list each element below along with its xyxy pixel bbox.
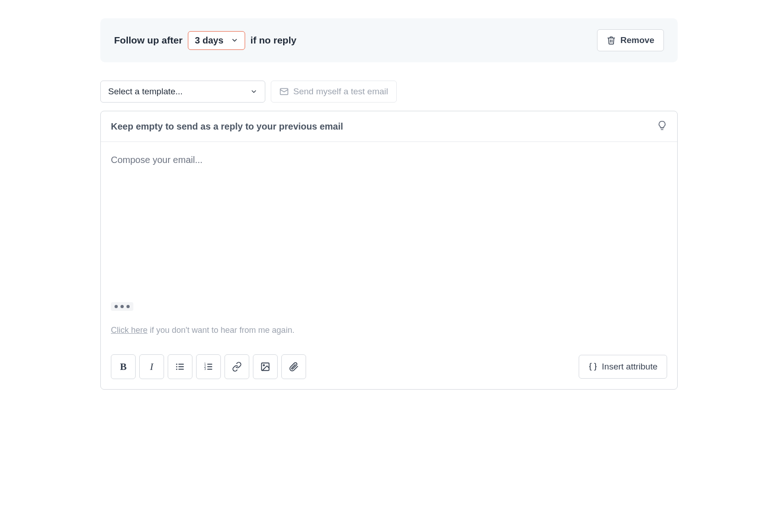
test-email-label: Send myself a test email <box>293 87 388 97</box>
subject-input[interactable]: Keep empty to send as a reply to your pr… <box>111 121 343 132</box>
lightbulb-icon <box>657 120 667 130</box>
editor-panel: Keep empty to send as a reply to your pr… <box>100 111 678 390</box>
link-button[interactable] <box>225 354 249 379</box>
image-icon <box>260 362 270 372</box>
trash-icon <box>607 36 616 45</box>
compose-placeholder: Compose your email... <box>111 155 203 165</box>
delay-select[interactable]: 3 days <box>188 31 245 50</box>
followup-text: Follow up after 3 days if no reply <box>114 31 296 50</box>
delay-value: 3 days <box>195 35 223 46</box>
bullet-list-icon <box>175 362 185 372</box>
followup-bar: Follow up after 3 days if no reply Remov… <box>100 18 678 62</box>
svg-point-6 <box>176 369 177 370</box>
unsubscribe-rest: if you don't want to hear from me again. <box>148 326 295 335</box>
numbered-list-icon: 123 <box>203 362 214 372</box>
compose-body[interactable]: Compose your email... <box>101 142 677 298</box>
mail-icon <box>279 87 289 96</box>
controls-row: Select a template... Send myself a test … <box>100 81 678 103</box>
dot-icon <box>115 305 118 308</box>
editor-toolbar: B I 123 <box>101 348 677 389</box>
unsubscribe-link[interactable]: Click here <box>111 326 148 335</box>
remove-button[interactable]: Remove <box>597 29 664 51</box>
bold-icon: B <box>120 361 127 373</box>
braces-icon <box>588 362 597 371</box>
paperclip-icon <box>289 362 299 372</box>
template-select[interactable]: Select a template... <box>100 81 265 103</box>
chevron-down-icon <box>250 88 258 95</box>
svg-point-4 <box>176 364 177 365</box>
toolbar-left: B I 123 <box>111 354 306 379</box>
followup-suffix: if no reply <box>251 35 296 46</box>
attachment-button[interactable] <box>281 354 306 379</box>
unsubscribe-line: Click here if you don't want to hear fro… <box>101 315 677 348</box>
dot-icon <box>121 305 124 308</box>
link-icon <box>232 362 242 372</box>
italic-button[interactable]: I <box>139 354 164 379</box>
insert-attribute-label: Insert attribute <box>602 362 657 372</box>
svg-text:3: 3 <box>204 367 206 370</box>
remove-label: Remove <box>620 35 654 45</box>
chevron-down-icon <box>231 37 238 44</box>
thread-toggle[interactable] <box>111 302 133 311</box>
bullet-list-button[interactable] <box>168 354 192 379</box>
numbered-list-button[interactable]: 123 <box>196 354 221 379</box>
suggestions-button[interactable] <box>657 120 667 132</box>
svg-point-5 <box>176 366 177 368</box>
svg-point-14 <box>263 364 264 366</box>
followup-prefix: Follow up after <box>114 35 182 46</box>
send-test-email-button[interactable]: Send myself a test email <box>271 81 397 103</box>
italic-icon: I <box>150 361 153 373</box>
dot-icon <box>126 305 130 308</box>
subject-row: Keep empty to send as a reply to your pr… <box>101 111 677 142</box>
template-placeholder: Select a template... <box>108 87 183 97</box>
bold-button[interactable]: B <box>111 354 136 379</box>
image-button[interactable] <box>253 354 278 379</box>
insert-attribute-button[interactable]: Insert attribute <box>579 355 667 379</box>
